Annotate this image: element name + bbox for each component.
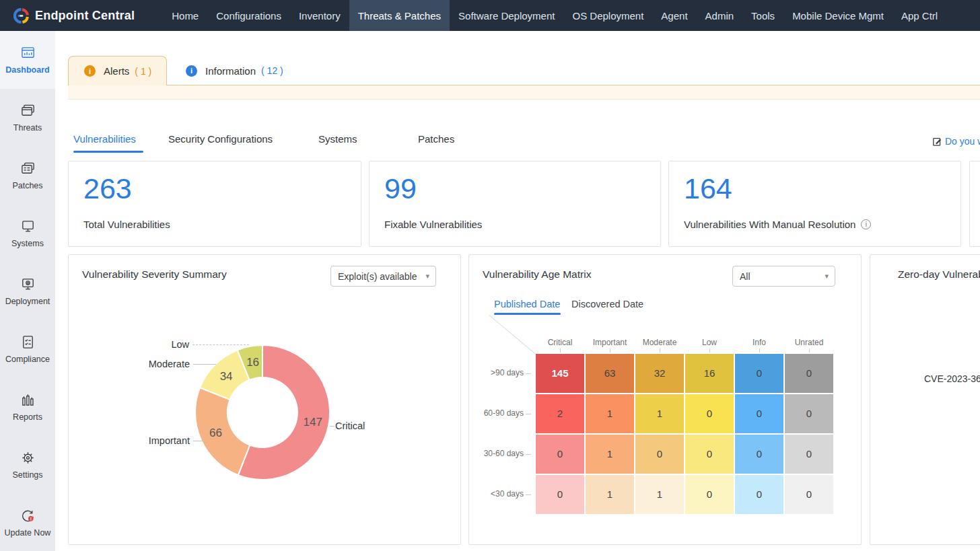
sidebar-item-deployment[interactable]: Deployment bbox=[0, 262, 55, 320]
leader-line bbox=[330, 426, 335, 427]
matrix-cell[interactable]: 16 bbox=[685, 354, 734, 393]
donut-value-label: 16 bbox=[246, 356, 259, 369]
sidebar-item-settings[interactable]: Settings bbox=[0, 436, 55, 494]
matrix-cell[interactable]: 0 bbox=[685, 394, 734, 433]
matrix-col-header: Info bbox=[735, 338, 783, 347]
matrix-cell[interactable]: 1 bbox=[586, 475, 634, 514]
manual-resolution-info-icon[interactable]: i bbox=[861, 219, 871, 229]
matrix-cell[interactable]: 0 bbox=[635, 435, 684, 474]
compliance-icon bbox=[20, 334, 36, 350]
brand[interactable]: Endpoint Central bbox=[13, 8, 135, 24]
matrix-col-header: Moderate bbox=[635, 338, 684, 347]
settings-icon bbox=[20, 450, 36, 466]
vulnerability-age-matrix-panel: Vulnerability Age Matrix All ▾ Published… bbox=[468, 254, 862, 545]
sidebar-item-compliance[interactable]: Compliance bbox=[0, 320, 55, 378]
matrix-cell[interactable]: 0 bbox=[735, 394, 783, 433]
leader-line bbox=[193, 364, 216, 365]
sidebar-item-threats[interactable]: Threats bbox=[0, 89, 55, 147]
nav-configurations[interactable]: Configurations bbox=[207, 0, 290, 31]
nav-app-ctrl[interactable]: App Ctrl bbox=[893, 0, 946, 31]
matrix-cell[interactable]: 1 bbox=[635, 475, 684, 514]
dashboard-icon bbox=[20, 45, 36, 61]
sidebar-item-systems[interactable]: Systems bbox=[0, 205, 55, 262]
nav-home[interactable]: Home bbox=[163, 0, 207, 31]
matrix-cell[interactable]: 0 bbox=[785, 354, 833, 393]
manual-resolution-label: Vulnerabilities With Manual Resolution bbox=[684, 219, 855, 230]
matrix-tick bbox=[809, 348, 810, 353]
systems-icon bbox=[20, 219, 36, 234]
donut-value-label: 34 bbox=[220, 370, 233, 383]
sidebar-item-update-now[interactable]: Update Now bbox=[0, 494, 55, 551]
matrix-cell[interactable]: 0 bbox=[735, 354, 783, 393]
donut-label-critical: Critical bbox=[335, 420, 365, 431]
tab-systems[interactable]: Systems bbox=[318, 133, 357, 145]
matrix-cell[interactable]: 0 bbox=[785, 394, 833, 433]
tab-alerts[interactable]: i Alerts ( 1 ) bbox=[68, 56, 167, 85]
matrix-cell[interactable]: 0 bbox=[735, 475, 783, 514]
nav-tools[interactable]: Tools bbox=[742, 0, 783, 31]
matrix-cell[interactable]: 0 bbox=[685, 435, 734, 474]
matrix-row-label: 60-90 days bbox=[469, 408, 524, 418]
manual-resolution-value[interactable]: 164 bbox=[684, 172, 732, 205]
sidebar-item-dashboard[interactable]: Dashboard bbox=[0, 31, 55, 89]
matrix-col-header: Important bbox=[586, 338, 634, 347]
matrix-cell[interactable]: 2 bbox=[536, 394, 584, 433]
matrix-cell[interactable]: 32 bbox=[635, 354, 684, 393]
matrix-cell[interactable]: 1 bbox=[635, 394, 684, 433]
zero-day-cve-link[interactable]: CVE-2023-368 bbox=[924, 373, 980, 384]
matrix-cell[interactable]: 1 bbox=[586, 435, 634, 474]
total-vulnerabilities-value[interactable]: 263 bbox=[83, 172, 132, 205]
donut-value-label: 66 bbox=[209, 427, 222, 439]
nav-agent[interactable]: Agent bbox=[652, 0, 696, 31]
nav-software-deployment[interactable]: Software Deployment bbox=[450, 0, 563, 31]
zero-day-title: Zero-day Vulnerabilities bbox=[898, 268, 980, 281]
matrix-row-label: <30 days bbox=[469, 489, 524, 499]
stat-card-total-vulnerabilities: 263 Total Vulnerabilities bbox=[68, 161, 361, 247]
sidebar-label: Settings bbox=[12, 470, 42, 480]
nav-admin[interactable]: Admin bbox=[697, 0, 743, 31]
matrix-cell[interactable]: 0 bbox=[785, 435, 833, 474]
tab-security-configurations[interactable]: Security Configurations bbox=[168, 133, 273, 145]
nav-os-deployment[interactable]: OS Deployment bbox=[563, 0, 652, 31]
top-navbar: Endpoint Central Home Configurations Inv… bbox=[0, 0, 980, 31]
sidebar-item-patches[interactable]: Patches bbox=[0, 147, 55, 205]
sidebar-item-reports[interactable]: Reports bbox=[0, 378, 55, 436]
donut-label-low: Low bbox=[171, 339, 189, 350]
matrix-cell[interactable]: 63 bbox=[586, 354, 634, 393]
matrix-cell[interactable]: 0 bbox=[735, 435, 783, 474]
nav-menu: Home Configurations Inventory Threats & … bbox=[163, 0, 946, 31]
matrix-cell[interactable]: 145 bbox=[536, 354, 584, 393]
donut-label-moderate: Moderate bbox=[149, 359, 190, 369]
tab-information[interactable]: i Information ( 12 ) bbox=[174, 56, 295, 85]
nav-mobile-device-mgmt[interactable]: Mobile Device Mgmt bbox=[783, 0, 893, 31]
sidebar-label: Systems bbox=[11, 239, 44, 248]
leader-line bbox=[193, 441, 203, 441]
matrix-col-header: Unrated bbox=[785, 338, 833, 347]
matrix-cell[interactable]: 1 bbox=[586, 394, 634, 433]
fixable-vulnerabilities-value[interactable]: 99 bbox=[384, 172, 417, 205]
nav-inventory[interactable]: Inventory bbox=[290, 0, 349, 31]
matrix-tick bbox=[526, 414, 531, 414]
matrix-cell[interactable]: 0 bbox=[536, 475, 584, 514]
update-now-icon bbox=[20, 508, 36, 523]
matrix-cell[interactable]: 0 bbox=[785, 475, 833, 514]
alerts-panel-strip bbox=[68, 85, 980, 100]
vulnerability-severity-summary-panel: Vulnerability Severity Summary Exploit(s… bbox=[68, 254, 461, 545]
sidebar-label: Update Now bbox=[5, 528, 51, 538]
alerts-tab-label: Alerts bbox=[104, 65, 129, 77]
matrix-cell[interactable]: 0 bbox=[536, 435, 584, 474]
deployment-icon bbox=[20, 277, 36, 292]
matrix-row-label: >90 days bbox=[469, 368, 524, 377]
information-info-icon: i bbox=[186, 65, 197, 77]
tab-vulnerabilities[interactable]: Vulnerabilities bbox=[73, 133, 136, 145]
donut-slice-important[interactable] bbox=[195, 388, 250, 475]
threats-icon bbox=[20, 103, 36, 118]
nav-threats-patches[interactable]: Threats & Patches bbox=[349, 0, 450, 31]
matrix-cell[interactable]: 0 bbox=[685, 475, 734, 514]
reports-icon bbox=[20, 392, 36, 408]
brand-title: Endpoint Central bbox=[35, 9, 135, 23]
donut-value-label: 147 bbox=[304, 416, 322, 429]
age-matrix-heatmap: CriticalImportantModerateLowInfoUnrated>… bbox=[469, 255, 862, 546]
stat-card-clipped bbox=[969, 161, 980, 247]
tab-patches[interactable]: Patches bbox=[418, 133, 454, 145]
